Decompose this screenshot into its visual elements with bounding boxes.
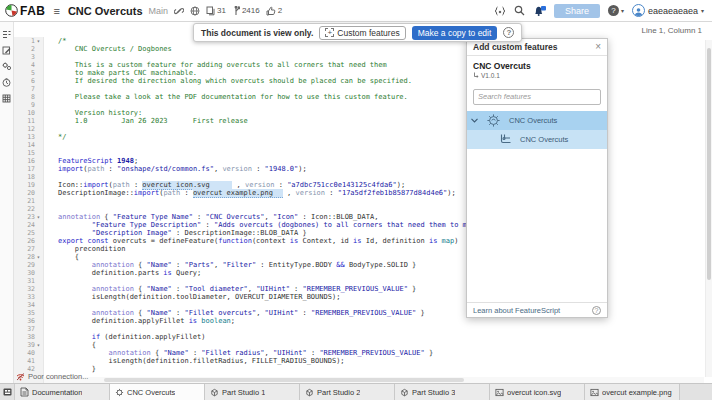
gutter-line-number[interactable]: 36	[14, 317, 43, 325]
gutter-line-number[interactable]: 25	[14, 229, 43, 237]
code-line: annotation { "Name" : "Parts", "Filter" …	[58, 261, 712, 269]
featurescript-icon[interactable]	[494, 6, 506, 16]
gutter-line-number[interactable]: 10	[14, 109, 43, 117]
gutter-line-number[interactable]: 17	[14, 165, 43, 173]
tree-child-label: CNC Overcuts	[520, 135, 568, 144]
gutter-line-number[interactable]: 20	[14, 189, 43, 197]
gutter-line-number[interactable]: 37	[14, 325, 43, 333]
gutter-line-number[interactable]: 5	[14, 69, 43, 77]
app-logo[interactable]: FAB	[5, 4, 46, 18]
gutter-line-number[interactable]: 14	[14, 141, 43, 149]
gutter-line-number[interactable]: 35	[14, 309, 43, 317]
footer-help-icon[interactable]: ?	[592, 306, 601, 315]
feature-list-icon[interactable]	[2, 30, 11, 39]
help-icon[interactable]: ?	[608, 5, 619, 16]
tab-part-studio-1[interactable]: Part Studio 1	[205, 384, 300, 400]
vertical-scrollbar[interactable]	[705, 40, 712, 377]
gutter-line-number[interactable]: 3	[14, 53, 43, 61]
tab-overcut-example-png[interactable]: overcut example.png	[585, 384, 680, 400]
history-clock-icon[interactable]	[2, 78, 11, 87]
gutter-line-number[interactable]: 23▾	[14, 213, 43, 221]
custom-features-gears-icon[interactable]	[2, 62, 12, 71]
gutter-line-number[interactable]: 39▾	[14, 341, 43, 349]
code-line: FeatureScript 1948;	[58, 157, 712, 165]
copies-icon	[206, 6, 215, 16]
learn-featurescript-link[interactable]: Learn about FeatureScript	[473, 306, 560, 315]
gear-icon	[115, 388, 124, 397]
feature-tree-child[interactable]: CNC Overcuts	[467, 130, 607, 149]
gutter-line-number[interactable]: 21	[14, 197, 43, 205]
likes-count: 2	[278, 6, 282, 15]
tab-documentation[interactable]: Documentation	[15, 384, 110, 400]
image-icon	[590, 388, 599, 397]
copies-stat[interactable]: 31	[206, 6, 226, 16]
gutter-line-number[interactable]: 11	[14, 117, 43, 125]
gutter-line-number[interactable]: 15	[14, 149, 43, 157]
gutter-line-number[interactable]: 28▾	[14, 253, 43, 261]
gutter-line-number[interactable]: 32	[14, 285, 43, 293]
feature-tree-parent[interactable]: CNC Overcuts	[467, 111, 607, 130]
gutter-line-number[interactable]: 30	[14, 269, 43, 277]
gutter-line-number[interactable]: 29	[14, 261, 43, 269]
gutter-line-number[interactable]: 38	[14, 333, 43, 341]
share-button[interactable]: Share	[554, 4, 600, 18]
vertical-scrollbar-thumb[interactable]	[707, 48, 711, 280]
custom-features-button[interactable]: + Custom features	[319, 26, 405, 40]
menu-icon[interactable]: ≡	[54, 5, 60, 17]
gutter-line-number[interactable]: 40	[14, 349, 43, 357]
gutter-line-number[interactable]: 27	[14, 245, 43, 253]
code-line	[58, 205, 712, 213]
gutter-line-number[interactable]: 13	[14, 133, 43, 141]
properties-table-icon[interactable]	[2, 94, 11, 103]
forks-stat[interactable]: 2416	[232, 6, 260, 16]
copies-count: 31	[217, 6, 226, 15]
notifications-bell-icon[interactable]	[533, 5, 546, 17]
image-icon	[495, 388, 504, 397]
gutter-line-number[interactable]: 7	[14, 85, 43, 93]
view-only-text: This document is view only.	[201, 28, 313, 38]
tab-overcut-icon-svg[interactable]: overcut icon.svg	[490, 384, 585, 400]
search-icon[interactable]	[514, 5, 525, 16]
gutter-line-number[interactable]: 9	[14, 101, 43, 109]
link-icon[interactable]	[174, 6, 184, 16]
gutter-line-number[interactable]: 19	[14, 181, 43, 189]
public-globe-icon[interactable]	[190, 6, 200, 16]
edit-document-icon[interactable]	[2, 46, 11, 55]
gutter-line-number[interactable]: 34	[14, 301, 43, 309]
gutter-line-number[interactable]: 41	[14, 357, 43, 365]
tab-part-studio-2[interactable]: Part Studio 2	[300, 384, 395, 400]
help-caret-icon[interactable]: ▾	[621, 7, 624, 14]
code-line: CNC Overcuts / Dogbones	[58, 45, 712, 53]
document-title: CNC Overcuts	[68, 5, 143, 17]
tab-part-studio-3[interactable]: Part Studio 3	[395, 384, 490, 400]
gutter-line-number[interactable]: 26	[14, 237, 43, 245]
banner-help-icon[interactable]: ?	[503, 27, 514, 38]
gutter-line-number[interactable]: 22	[14, 205, 43, 213]
gutter-line-number[interactable]: 6	[14, 77, 43, 85]
chevron-down-icon[interactable]	[467, 116, 481, 125]
workspace-label[interactable]: Main	[149, 6, 169, 16]
make-copy-button[interactable]: Make a copy to edit	[412, 26, 498, 40]
add-custom-feature-icon: +	[325, 28, 334, 37]
gutter-line-number[interactable]: 2	[14, 45, 43, 53]
gutter-line-number[interactable]: 33	[14, 293, 43, 301]
code-line: export const overcuts = defineFeature(fu…	[58, 237, 712, 245]
tab-manager-icon[interactable]	[0, 384, 15, 400]
part-icon	[305, 388, 314, 397]
gutter-line-number[interactable]: 16	[14, 157, 43, 165]
gutter-line-number[interactable]: 31	[14, 277, 43, 285]
search-features-input[interactable]	[473, 89, 601, 105]
tab-cnc-overcuts[interactable]: CNC Overcuts	[110, 384, 205, 400]
imported-blob-chip[interactable]: overcut example.png	[193, 189, 283, 198]
close-icon[interactable]: ×	[595, 42, 601, 52]
gutter-line-number[interactable]: 12	[14, 125, 43, 133]
gutter-line-number[interactable]: 18	[14, 173, 43, 181]
gutter-line-number[interactable]: 24	[14, 221, 43, 229]
gutter-line-number[interactable]: 1▾	[14, 37, 43, 45]
gutter-line-number[interactable]: 8	[14, 93, 43, 101]
code-area[interactable]: /* CNC Overcuts / Dogbones This is a cus…	[58, 37, 712, 373]
horizontal-scrollbar-thumb[interactable]	[104, 378, 464, 382]
gutter-line-number[interactable]: 4	[14, 61, 43, 69]
user-menu[interactable]: eaeaeaeaea ▾	[632, 4, 704, 17]
likes-stat[interactable]: 2	[266, 6, 282, 16]
